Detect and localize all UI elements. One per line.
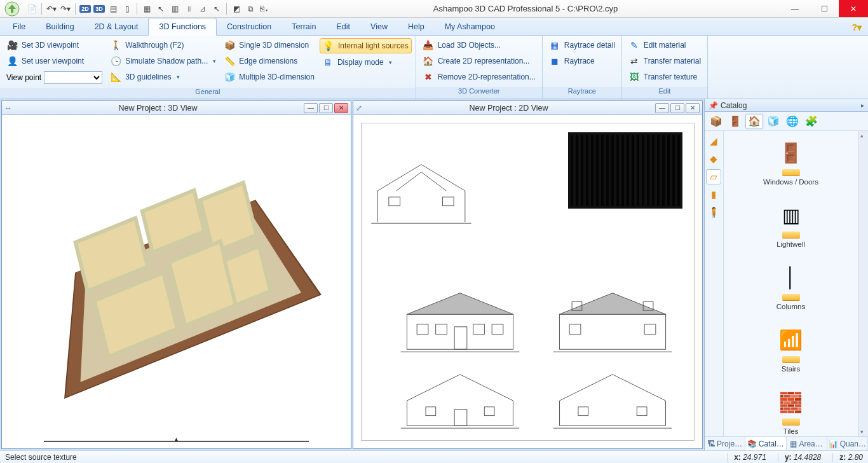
catalog-item-tiles[interactable]: 🧱Tiles [728, 384, 854, 436]
maximize-button[interactable]: ☐ [810, 0, 839, 17]
undo-icon[interactable]: ↶▾ [45, 3, 58, 15]
ribbon-multiple-3d-dimension[interactable]: 🧊Multiple 3D-dimension [221, 70, 317, 84]
side-tab-3[interactable]: ▮ [706, 187, 721, 202]
badge-3d-icon[interactable]: 3D [93, 3, 105, 15]
panel-tab-2[interactable]: ▦Area… [787, 437, 827, 450]
side-tab-0[interactable]: ◢ [706, 134, 721, 149]
close-button[interactable]: ✕ [839, 0, 868, 17]
ribbon-simulate-shadow-path[interactable]: 🕒Simulate Shadow path... [107, 54, 219, 68]
help-icon[interactable]: ?▾ [845, 20, 868, 35]
ribbon-edge-dimensions[interactable]: 📏Edge dimensions [221, 54, 317, 68]
ribbon-load-3d-objects[interactable]: 📥Load 3D Objects... [420, 38, 538, 52]
ribbon-edit-material[interactable]: ✎Edit material [626, 38, 703, 52]
viewpoint-select[interactable] [44, 71, 102, 84]
tab-3d-functions[interactable]: 3D Functions [148, 18, 217, 36]
view-3d-min-button[interactable]: — [304, 103, 318, 113]
ribbon-internal-light-sources[interactable]: 💡Internal light sources [320, 38, 412, 53]
ribbon-item-label: Set user viewpoint [22, 57, 84, 66]
cat-tab-1[interactable]: 🚪 [726, 114, 744, 129]
catalog-item-windows-doors[interactable]: 🚪Windows / Doors [728, 135, 854, 192]
cat-tab-5[interactable]: 🧩 [803, 114, 820, 129]
tab-building[interactable]: Building [36, 18, 84, 35]
catalog-item-columns[interactable]: │Columns [728, 259, 854, 317]
ribbon-item-label: Internal light sources [338, 41, 409, 50]
ribbon-create-2d-representation[interactable]: 🏠Create 2D representation... [420, 54, 538, 68]
new-icon[interactable]: 📄 [25, 3, 38, 15]
view-2d-canvas[interactable] [353, 115, 702, 448]
view-2d-max-button[interactable]: ☐ [670, 103, 684, 113]
catalog-pin-icon[interactable]: 📌 [709, 101, 718, 110]
tool-b-icon[interactable]: ⧉ [244, 3, 257, 15]
ribbon-raytrace-detail[interactable]: ▦Raytrace detail [546, 38, 618, 52]
tab-terrain[interactable]: Terrain [281, 18, 326, 35]
ribbon-transfer-material[interactable]: ⇄Transfer material [626, 54, 703, 68]
view-3d-grip-icon[interactable]: ↔ [4, 104, 12, 113]
view-3d-max-button[interactable]: ☐ [319, 103, 333, 113]
view-3d-canvas[interactable] [2, 115, 351, 448]
ribbon-raytrace[interactable]: ◼Raytrace [546, 54, 618, 68]
panel-tab-3[interactable]: 📊Quan… [827, 437, 868, 450]
minimize-button[interactable]: — [780, 0, 810, 17]
side-tab-1[interactable]: ◆ [706, 151, 721, 167]
viewpoint-selector[interactable]: View point [4, 70, 105, 85]
catalog-item-label: Columns [776, 303, 805, 310]
view-2d-close-button[interactable]: ✕ [686, 103, 700, 113]
ribbon-set-user-viewpoint[interactable]: 👤Set user viewpoint [4, 54, 105, 68]
view-2d-grip-icon[interactable]: ⤢ [356, 104, 362, 113]
tab-construction[interactable]: Construction [217, 18, 281, 35]
catalog-item-label: Stairs [782, 365, 800, 373]
ribbon-icon: ⇄ [628, 55, 640, 67]
ribbon-3d-guidelines[interactable]: 📐3D guidelines [107, 70, 219, 84]
split-h-icon[interactable]: ▤ [107, 3, 119, 15]
cat-tab-3[interactable]: 🧊 [764, 114, 782, 129]
tab-help[interactable]: Help [398, 18, 435, 35]
svg-rect-6 [417, 324, 428, 335]
cat-tab-2[interactable]: 🏠 [745, 114, 763, 129]
guides-icon[interactable]: ▥ [168, 3, 181, 15]
measure-icon[interactable]: ⊿ [196, 3, 209, 15]
side-tab-4[interactable]: 🧍 [706, 205, 721, 220]
redo-icon[interactable]: ↷▾ [59, 3, 72, 15]
ribbon-item-label: Raytrace detail [564, 41, 615, 50]
view-2d-min-button[interactable]: — [655, 103, 669, 113]
view-3d-scroll[interactable] [44, 438, 309, 445]
app-icon[interactable] [0, 0, 24, 18]
tool-c-icon[interactable]: ⎘▾ [258, 3, 271, 15]
view-3d-close-button[interactable]: ✕ [334, 103, 348, 113]
tool-a-icon[interactable]: ◩ [230, 3, 243, 15]
catalog-item-stairs[interactable]: 📶Stairs [728, 322, 854, 379]
tab-my-ashampoo[interactable]: My Ashampoo [435, 18, 505, 35]
ribbon-display-mode[interactable]: 🖥Display mode [320, 55, 412, 69]
grid-icon[interactable]: ▦ [140, 3, 153, 15]
cat-tab-0[interactable]: 📦 [707, 114, 725, 129]
catalog-scrollbar[interactable] [858, 131, 868, 436]
panel-tab-0[interactable]: 🏗Proje… [705, 437, 745, 450]
status-message: Select source texture [5, 453, 77, 462]
side-tab-2[interactable]: ▱ [706, 169, 721, 184]
tab-2d-layout[interactable]: 2D & Layout [85, 18, 149, 35]
tab-file[interactable]: File [3, 18, 36, 35]
ribbon-remove-2d-representation[interactable]: ✖Remove 2D-representation... [420, 70, 538, 84]
panel-tab-icon: 📊 [829, 439, 838, 448]
badge-2d-icon[interactable]: 2D [79, 3, 92, 15]
catalog-collapse-icon[interactable]: ▸ [861, 102, 864, 109]
svg-rect-22 [454, 410, 467, 426]
cursor-icon[interactable]: ↖ [210, 3, 223, 15]
ribbon-transfer-texture[interactable]: 🖼Transfer texture [626, 70, 703, 84]
snap-icon[interactable]: ↖ [154, 3, 167, 15]
panel-tab-1[interactable]: 📚Catal… [745, 437, 786, 450]
tab-edit[interactable]: Edit [327, 18, 361, 35]
catalog-item-lightwell[interactable]: ▥Lightwell [728, 197, 854, 254]
ribbon-walkthrough-f2[interactable]: 🚶Walkthrough (F2) [107, 38, 219, 52]
ribbon-item-label: Simulate Shadow path... [125, 57, 208, 66]
ribbon-single-3d-dimension[interactable]: 📦Single 3D dimension [221, 38, 317, 52]
split-v-icon[interactable]: ▯ [121, 3, 133, 15]
svg-rect-8 [473, 324, 485, 335]
ribbon-item-label: 3D guidelines [125, 73, 172, 81]
catalog-item-label: Tiles [783, 427, 799, 435]
cat-tab-4[interactable]: 🌐 [783, 114, 801, 129]
tab-view[interactable]: View [360, 18, 398, 35]
ribbon-set-3d-viewpoint[interactable]: 🎥Set 3D viewpoint [4, 38, 105, 52]
layers-icon[interactable]: ⫴ [182, 3, 195, 15]
catalog-title: Catalog [721, 101, 747, 110]
